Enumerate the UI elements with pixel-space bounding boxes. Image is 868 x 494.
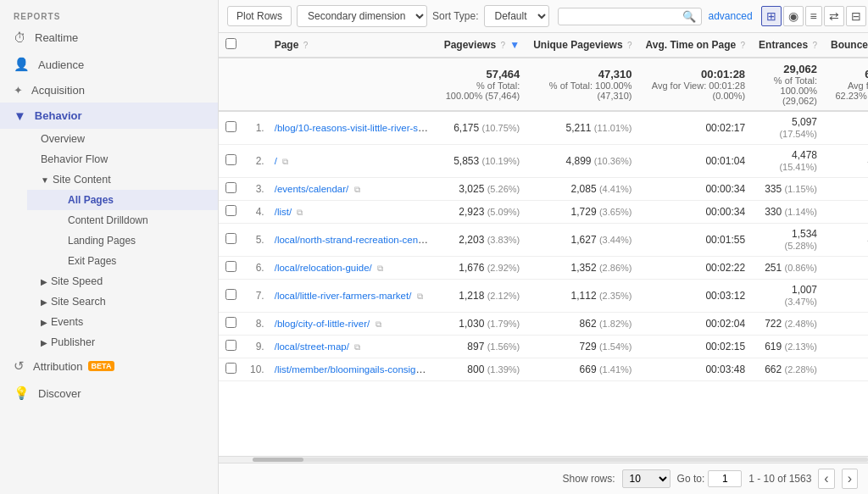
row-checkbox[interactable] xyxy=(225,317,236,328)
pageviews-column-header[interactable]: Pageviews ? ▼ xyxy=(437,33,527,58)
row-avg-time: 00:03:48 xyxy=(638,358,752,381)
sidebar-item-discover[interactable]: 💡 Discover xyxy=(0,380,218,407)
page-column-header[interactable]: Page ? xyxy=(268,33,437,58)
sidebar-item-publisher[interactable]: ▶ Publisher xyxy=(14,332,218,352)
checkbox-header xyxy=(219,33,243,58)
sidebar-item-attribution[interactable]: ↺ Attribution BETA xyxy=(0,352,218,380)
avg-time-column-header[interactable]: Avg. Time on Page ? xyxy=(638,33,752,58)
row-unique-pageviews: 1,352 (2.86%) xyxy=(526,257,638,280)
table-row: 10. /list/member/bloomingails-consignmen… xyxy=(219,358,868,381)
row-page: /list/ ⧉ xyxy=(268,201,437,224)
bar-view-button[interactable]: ≡ xyxy=(805,6,822,26)
page-link[interactable]: /local/relocation-guide/ xyxy=(275,263,372,273)
row-checkbox[interactable] xyxy=(225,340,236,351)
compare-view-button[interactable]: ⇄ xyxy=(824,6,844,26)
sidebar-item-landing-pages[interactable]: Landing Pages xyxy=(27,230,218,251)
row-entrances: 4,478 (15.41%) xyxy=(752,145,824,178)
sidebar-item-exit-pages[interactable]: Exit Pages xyxy=(27,251,218,271)
page-link[interactable]: /local/little-river-farmers-market/ xyxy=(275,291,412,301)
search-input[interactable] xyxy=(564,10,682,22)
row-number: 7. xyxy=(243,280,268,313)
external-link-icon[interactable]: ⧉ xyxy=(376,319,381,329)
secondary-dimension-select[interactable]: Secondary dimension xyxy=(297,5,427,27)
sidebar-item-site-search[interactable]: ▶ Site Search xyxy=(14,291,218,312)
next-page-button[interactable]: › xyxy=(842,469,858,489)
plot-rows-button[interactable]: Plot Rows xyxy=(227,6,292,26)
sidebar-item-audience[interactable]: 👤 Audience xyxy=(0,51,218,78)
row-checkbox[interactable] xyxy=(225,363,236,374)
row-checkbox[interactable] xyxy=(225,182,236,193)
unique-help-icon[interactable]: ? xyxy=(627,41,632,50)
table-row: 3. /events/calendar/ ⧉ 3,025 (5.26%) 2,0… xyxy=(219,178,868,201)
row-checkbox[interactable] xyxy=(225,289,236,300)
unique-pageviews-column-header[interactable]: Unique Pageviews ? xyxy=(526,33,638,58)
main-content: Plot Rows Secondary dimension Sort Type:… xyxy=(219,0,868,494)
show-rows-label: Show rows: xyxy=(563,473,615,485)
sidebar-item-overview[interactable]: Overview xyxy=(14,129,218,149)
page-help-icon[interactable]: ? xyxy=(303,41,309,50)
rows-per-page-select[interactable]: 10 25 50 100 500 1000 2500 xyxy=(622,469,670,488)
search-icon[interactable]: 🔍 xyxy=(682,10,696,23)
pivot-view-button[interactable]: ⊟ xyxy=(846,6,866,26)
advanced-link[interactable]: advanced xyxy=(709,10,753,22)
view-icons: ⊞ ◉ ≡ ⇄ ⊟ xyxy=(761,6,866,26)
sidebar-item-site-content[interactable]: ▼ Site Content xyxy=(14,169,218,190)
summary-pageviews-pct: % of Total: 100.00% (57,464) xyxy=(444,80,520,101)
beta-badge: BETA xyxy=(88,361,115,371)
pie-view-button[interactable]: ◉ xyxy=(783,6,804,26)
page-link[interactable]: /list/ xyxy=(275,207,292,217)
sidebar-item-acquisition[interactable]: ✦ Acquisition xyxy=(0,78,218,103)
external-link-icon[interactable]: ⧉ xyxy=(431,124,437,133)
external-link-icon[interactable]: ⧉ xyxy=(354,185,360,194)
unique-pct: (2.86%) xyxy=(599,263,632,273)
horizontal-scrollbar[interactable] xyxy=(219,456,868,463)
external-link-icon[interactable]: ⧉ xyxy=(354,342,360,352)
behavior-icon: ▼ xyxy=(14,108,26,123)
row-pageviews: 3,025 (5.26%) xyxy=(437,178,527,201)
external-link-icon[interactable]: ⧉ xyxy=(282,157,288,166)
sidebar-item-behavior-flow[interactable]: Behavior Flow xyxy=(14,149,218,169)
entrances-help-icon[interactable]: ? xyxy=(812,41,817,50)
table-row: 5. /local/north-strand-recreation-center… xyxy=(219,224,868,257)
sort-type-select[interactable]: Default xyxy=(484,5,549,27)
external-link-icon[interactable]: ⧉ xyxy=(297,208,303,217)
sidebar-item-content-drilldown[interactable]: Content Drilldown xyxy=(27,210,218,230)
row-page: /list/member/bloomingails-consignment-57… xyxy=(268,358,437,381)
entrances-pct: (3.47%) xyxy=(785,297,818,307)
row-checkbox[interactable] xyxy=(225,233,236,244)
sidebar-item-label: Content Drilldown xyxy=(68,214,148,226)
sort-down-icon: ▼ xyxy=(509,39,520,51)
sidebar-item-site-speed[interactable]: ▶ Site Speed xyxy=(14,271,218,291)
external-link-icon[interactable]: ⧉ xyxy=(377,264,383,273)
row-checkbox[interactable] xyxy=(225,261,236,272)
avgtime-help-icon[interactable]: ? xyxy=(741,41,746,50)
select-all-checkbox[interactable] xyxy=(225,38,236,49)
entrances-pct: (1.14%) xyxy=(785,207,818,217)
sidebar-item-label: Realtime xyxy=(35,31,78,44)
sidebar-item-all-pages[interactable]: All Pages xyxy=(27,190,218,210)
page-link[interactable]: /local/north-strand-recreation-center/ xyxy=(275,234,432,246)
prev-page-button[interactable]: ‹ xyxy=(818,469,834,489)
pageviews-help-icon[interactable]: ? xyxy=(500,41,505,50)
scrollbar-thumb[interactable] xyxy=(253,458,303,462)
sidebar-item-realtime[interactable]: ⏱ Realtime xyxy=(0,25,218,51)
sidebar-item-behavior[interactable]: ▼ Behavior xyxy=(0,103,218,129)
page-link[interactable]: /list/member/bloomingails-consignment-57 xyxy=(275,364,437,375)
grid-view-button[interactable]: ⊞ xyxy=(761,6,782,26)
entrances-column-header[interactable]: Entrances ? xyxy=(752,33,824,58)
row-checkbox[interactable] xyxy=(225,205,236,216)
row-checkbox[interactable] xyxy=(225,121,236,132)
page-link[interactable]: / xyxy=(275,156,277,166)
pageviews-pct: (1.79%) xyxy=(487,319,520,329)
page-link[interactable]: /blog/10-reasons-visit-little-river-sc/ xyxy=(275,122,428,134)
sidebar-item-events[interactable]: ▶ Events xyxy=(14,312,218,332)
page-link[interactable]: /local/street-map/ xyxy=(275,341,349,352)
external-link-icon[interactable]: ⧉ xyxy=(417,291,423,301)
bounce-rate-column-header[interactable]: Bounce Rate ? xyxy=(824,33,868,58)
page-link[interactable]: /events/calendar/ xyxy=(275,184,349,194)
page-link[interactable]: /blog/city-of-little-river/ xyxy=(275,319,370,329)
entrances-pct: (2.48%) xyxy=(785,319,818,329)
goto-input[interactable] xyxy=(708,470,742,487)
table-row: 8. /blog/city-of-little-river/ ⧉ 1,030 (… xyxy=(219,313,868,336)
row-checkbox[interactable] xyxy=(225,154,236,165)
